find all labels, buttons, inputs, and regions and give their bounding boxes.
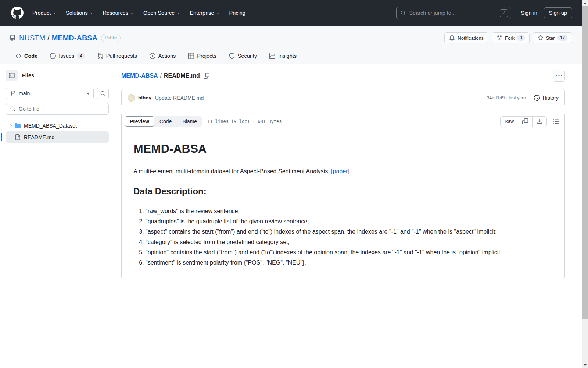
commit-author[interactable]: blhoy [138,95,151,100]
scroll-down-arrow[interactable] [582,362,588,368]
shield-icon [229,53,235,59]
copy-icon [522,118,528,124]
tree-search-button[interactable] [97,88,109,99]
chevron-down-icon [90,13,93,14]
content-layout: Files main [0,64,582,365]
readme-list-item: "opinion" contains the start ("from") an… [146,248,553,257]
github-logo-icon[interactable] [11,7,24,19]
nav-item-solutions[interactable]: Solutions [66,10,93,16]
visibility-badge: Public [101,34,121,42]
graph-icon [269,53,275,59]
chevron-down-icon [216,13,219,14]
outline-button[interactable] [551,116,562,127]
latest-commit-bar: blhoy Update README.md 34dd1d9 · last ye… [121,89,565,106]
notifications-label: Notifications [458,35,484,41]
tab-insights[interactable]: Insights [266,49,300,64]
search-input[interactable] [409,10,500,16]
star-label: Star [546,35,555,41]
fork-label: Fork [505,35,514,41]
copy-file-button[interactable] [518,116,533,127]
history-label: History [542,95,559,101]
tree-item-readme[interactable]: README.md [6,131,109,143]
branch-name: main [19,91,85,96]
tab-code[interactable]: Code [12,49,41,64]
kebab-icon [556,73,562,79]
tab-label: Pull requests [106,53,137,59]
github-repo-page: Product Solutions Resources Open Source … [0,0,582,368]
download-button[interactable] [532,116,547,127]
sign-up-button[interactable]: Sign up [544,7,572,18]
raw-button[interactable]: Raw [500,116,518,127]
breadcrumb-repo-link[interactable]: MEMD-ABSA [121,72,158,79]
go-to-file-input[interactable] [19,106,105,112]
paper-link[interactable]: [paper] [331,168,349,174]
notifications-button[interactable]: Notifications [444,32,488,43]
go-to-file-box[interactable] [6,103,109,115]
tab-label: Issues [59,53,74,59]
global-nav: Product Solutions Resources Open Source … [32,10,255,16]
nav-item-open-source[interactable]: Open Source [143,10,180,16]
avatar[interactable] [128,94,135,102]
pull-request-icon [97,53,103,59]
sign-in-link[interactable]: Sign in [521,10,537,16]
more-options-button[interactable] [553,70,565,82]
commit-message[interactable]: Update README.md [155,95,204,101]
tab-actions[interactable]: Actions [146,49,180,64]
tab-label: Code [24,53,37,59]
tree-item-label: MEMD_ABSA_Dataset [24,123,77,129]
repo-actions: Notifications Fork 3 Star 17 [444,32,572,43]
bell-icon [449,35,455,41]
tab-projects[interactable]: Projects [184,49,220,64]
chevron-down-icon [87,93,90,95]
tab-label: Insights [278,53,297,59]
nav-label: Open Source [143,10,175,16]
chevron-right-icon[interactable] [7,124,14,128]
readme-list-item: "raw_words" is the review sentence; [146,207,553,216]
chevron-down-icon [130,13,133,14]
tab-security[interactable]: Security [225,49,261,64]
repo-title-row: NUSTM / MEMD-ABSA Public Notifications F… [10,32,572,43]
scrollbar-thumb[interactable] [582,6,588,319]
nav-label: Product [32,10,51,16]
commit-hash-and-time[interactable]: 34dd1d9 · last year [487,95,526,100]
repo-separator: / [47,34,50,42]
readme-list-item: "quadruples" is the quadruple list of th… [146,217,553,226]
toolbar-right-group: Raw [500,116,562,127]
repo-tab-bar: Code Issues 4 Pull requests Actions Proj… [10,49,572,64]
readme-intro: A multi-element multi-domain dataset for… [133,167,553,176]
repo-owner-link[interactable]: NUSTM [19,34,45,42]
code-icon [15,53,21,59]
nav-item-pricing[interactable]: Pricing [229,10,245,16]
nav-item-resources[interactable]: Resources [103,10,133,16]
page-scrollbar[interactable] [582,0,588,368]
folder-icon [15,123,21,129]
star-button[interactable]: Star 17 [533,32,572,43]
branch-selector[interactable]: main [6,88,94,99]
tab-preview[interactable]: Preview [125,116,154,127]
readme-content: MEMD-ABSA A multi-element multi-domain d… [122,130,564,279]
files-sidebar: Files main [0,64,115,365]
file-meta-text: 11 lines (9 loc) · 681 Bytes [207,119,282,124]
copy-path-icon[interactable] [204,73,209,79]
tab-code-view[interactable]: Code [154,116,177,127]
nav-item-enterprise[interactable]: Enterprise [190,10,219,16]
fork-button[interactable]: Fork 3 [492,32,530,43]
history-button[interactable]: History [534,95,559,101]
nav-item-product[interactable]: Product [32,10,56,16]
tree-item-folder[interactable]: MEMD_ABSA_Dataset [6,120,109,131]
breadcrumb-file-name: README.md [164,72,200,79]
sidebar-panel-icon [9,72,15,78]
commit-meta-group: 34dd1d9 · last year History [487,95,559,101]
tab-issues[interactable]: Issues 4 [46,49,89,64]
file-icon [15,134,21,140]
repo-name-link[interactable]: MEMD-ABSA [52,34,97,42]
tab-blame[interactable]: Blame [177,116,202,127]
breadcrumb: MEMD-ABSA / README.md [121,70,565,82]
file-view: Preview Code Blame 11 lines (9 loc) · 68… [121,113,565,279]
search-icon [400,10,406,16]
slash-shortcut-key: / [500,9,508,17]
scroll-up-arrow[interactable] [582,0,588,6]
tab-pull-requests[interactable]: Pull requests [94,49,141,64]
collapse-sidebar-button[interactable] [6,70,18,81]
global-search-box[interactable]: / [396,7,511,19]
